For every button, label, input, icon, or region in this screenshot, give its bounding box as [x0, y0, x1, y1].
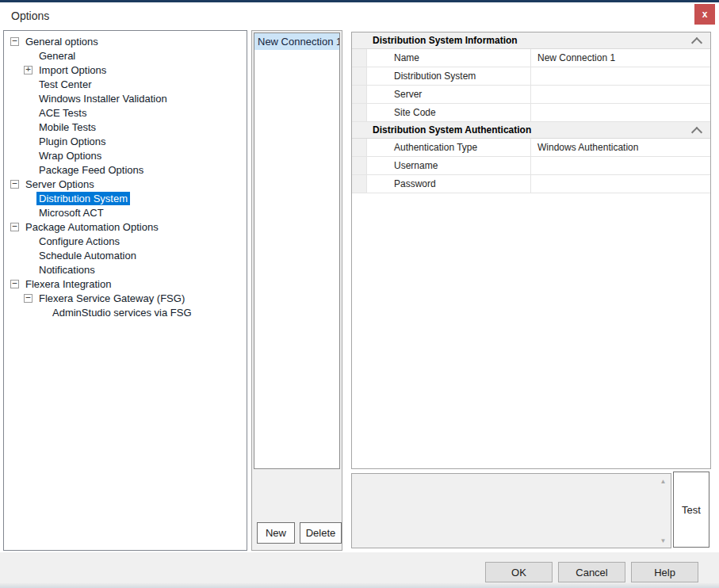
property-label: Password [367, 175, 531, 193]
tree-item-label: Windows Installer Validation [36, 92, 170, 105]
tree-item-windows-installer-validation[interactable]: Windows Installer Validation [4, 91, 247, 105]
tree-item-package-automation-options[interactable]: −Package Automation Options [4, 220, 247, 234]
tree-item-label: Microsoft ACT [36, 206, 106, 220]
row-margin [352, 86, 367, 103]
tree-item-label: Wrap Options [36, 149, 104, 162]
property-value-field[interactable] [531, 104, 710, 121]
tree-item-label: Package Automation Options [23, 220, 161, 234]
row-margin [352, 157, 367, 174]
property-label: Username [367, 157, 531, 174]
tree-item-label: Server Options [23, 178, 97, 191]
delete-button[interactable]: Delete [300, 522, 342, 544]
property-row-name: NameNew Connection 1 [352, 49, 710, 67]
tree-item-label: Notifications [36, 263, 98, 277]
message-scrollbar[interactable]: ▲ ▼ [656, 475, 670, 547]
section-header-distribution-system-information[interactable]: Distribution System Information [352, 32, 710, 49]
tree-item-label: Import Options [36, 63, 109, 77]
collapse-chevron-icon[interactable] [691, 127, 702, 138]
tree-item-label: Flexera Integration [23, 277, 113, 291]
property-row-password: Password [352, 175, 710, 193]
test-result-box: ▲ ▼ [351, 473, 671, 548]
ok-button[interactable]: OK [485, 562, 553, 582]
property-row-site-code: Site Code [352, 104, 710, 122]
test-button[interactable]: Test [673, 472, 709, 548]
row-margin [352, 104, 367, 121]
section-header-distribution-system-authentication[interactable]: Distribution System Authentication [352, 122, 710, 139]
row-margin [352, 49, 367, 67]
title-bar: Options [0, 2, 719, 29]
tree-item-label: Plugin Options [36, 135, 109, 148]
property-value-field[interactable] [531, 67, 710, 85]
tree-item-mobile-tests[interactable]: Mobile Tests [4, 120, 247, 134]
tree-item-flexera-integration[interactable]: −Flexera Integration [4, 277, 247, 291]
tree-item-label: General options [23, 35, 101, 48]
property-row-username: Username [352, 157, 710, 175]
tree-item-general-options[interactable]: −General options [4, 34, 247, 48]
close-button[interactable]: x [694, 4, 715, 25]
tree-item-package-feed-options[interactable]: Package Feed Options [4, 162, 247, 177]
tree-item-import-options[interactable]: +Import Options [4, 63, 247, 77]
tree-item-adminstudio-services-via-fsg[interactable]: AdminStudio services via FSG [4, 305, 247, 319]
help-button[interactable]: Help [631, 562, 698, 582]
tree-item-general[interactable]: General [4, 48, 247, 63]
row-margin [352, 139, 367, 156]
property-label: Authentication Type [367, 139, 531, 156]
collapse-chevron-icon[interactable] [691, 37, 702, 48]
property-row-authentication-type: Authentication TypeWindows Authenticatio… [352, 139, 710, 157]
tree-item-label: Mobile Tests [36, 120, 98, 134]
property-value-field[interactable]: Windows Authentication [531, 139, 710, 156]
tree-item-notifications[interactable]: Notifications [4, 262, 247, 277]
property-value-field[interactable]: New Connection 1 [531, 49, 710, 67]
tree-item-label: Test Center [36, 78, 94, 91]
scroll-down-icon[interactable]: ▼ [656, 534, 670, 547]
cancel-button[interactable]: Cancel [558, 562, 625, 582]
property-label: Name [367, 49, 531, 67]
expand-box-icon[interactable]: + [24, 66, 33, 74]
connections-list[interactable]: New Connection 1 [254, 32, 340, 469]
tree-item-distribution-system[interactable]: Distribution System [4, 191, 247, 205]
row-margin [352, 175, 367, 193]
property-label: Server [367, 86, 531, 103]
window-bottom-edge [0, 583, 719, 588]
connections-panel: New Connection 1 New Delete [251, 30, 342, 551]
collapse-box-icon[interactable]: − [10, 223, 19, 231]
options-tree[interactable]: −General optionsGeneral+Import OptionsTe… [3, 30, 247, 551]
new-button[interactable]: New [257, 522, 295, 544]
collapse-box-icon[interactable]: − [10, 37, 19, 46]
scroll-up-icon[interactable]: ▲ [656, 475, 670, 487]
section-title: Distribution System Authentication [352, 124, 531, 136]
property-value-field[interactable] [531, 157, 710, 174]
tree-item-flexera-service-gateway-fsg[interactable]: −Flexera Service Gateway (FSG) [4, 291, 247, 305]
tree-item-microsoft-act[interactable]: Microsoft ACT [4, 205, 247, 220]
close-icon: x [702, 10, 708, 19]
tree-item-label: ACE Tests [36, 106, 89, 120]
collapse-box-icon[interactable]: − [10, 280, 19, 288]
tree-item-ace-tests[interactable]: ACE Tests [4, 105, 247, 120]
property-row-server: Server [352, 86, 710, 104]
tree-item-label: Configure Actions [36, 235, 122, 248]
collapse-box-icon[interactable]: − [10, 180, 19, 189]
connection-list-item[interactable]: New Connection 1 [254, 33, 339, 50]
row-margin [352, 67, 367, 85]
property-grid: Distribution System InformationNameNew C… [351, 32, 711, 469]
property-value-field[interactable] [531, 86, 710, 103]
collapse-box-icon[interactable]: − [24, 294, 33, 303]
tree-item-wrap-options[interactable]: Wrap Options [4, 148, 247, 162]
property-row-distribution-system: Distribution System [352, 67, 710, 86]
tree-item-label: Package Feed Options [36, 163, 146, 177]
tree-item-server-options[interactable]: −Server Options [4, 177, 247, 191]
tree-item-label: AdminStudio services via FSG [50, 306, 194, 319]
tree-item-label: Schedule Automation [36, 249, 139, 262]
options-dialog: { "window": { "title": "Options", "close… [0, 0, 719, 588]
property-label: Site Code [367, 104, 531, 121]
tree-item-schedule-automation[interactable]: Schedule Automation [4, 248, 247, 262]
tree-item-label: General [36, 49, 78, 63]
tree-item-configure-actions[interactable]: Configure Actions [4, 234, 247, 248]
section-title: Distribution System Information [352, 35, 518, 46]
tree-item-label: Distribution System [36, 192, 130, 205]
tree-item-plugin-options[interactable]: Plugin Options [4, 134, 247, 148]
tree-item-test-center[interactable]: Test Center [4, 77, 247, 91]
tree-item-label: Flexera Service Gateway (FSG) [36, 292, 187, 305]
property-label: Distribution System [367, 67, 531, 85]
property-value-field[interactable] [531, 175, 710, 193]
